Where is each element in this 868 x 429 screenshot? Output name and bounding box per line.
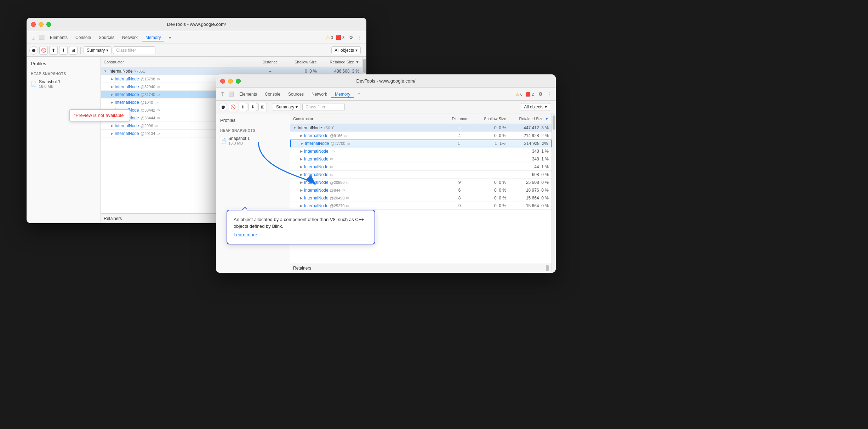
expand-icon[interactable]: ▶ xyxy=(111,77,113,81)
clear-button-1[interactable]: 🚫 xyxy=(39,46,48,55)
summary-dropdown-2[interactable]: Summary ▾ xyxy=(273,103,301,111)
tab-memory-2[interactable]: Memory xyxy=(331,90,354,98)
snapshot-item-2[interactable]: 📄 Snapshot 1 13.3 MB xyxy=(216,134,290,147)
scrollbar-thumb-2[interactable] xyxy=(553,115,555,130)
all-objects-label-2: All objects xyxy=(524,105,543,109)
summary-dropdown-1[interactable]: Summary ▾ xyxy=(84,46,112,54)
scrollbar-thumb-1[interactable] xyxy=(363,59,366,73)
tab-console-1[interactable]: Console xyxy=(72,34,95,41)
close-button-1[interactable] xyxy=(31,22,36,27)
retainers-label-1: Retainers xyxy=(104,216,122,221)
expand-icon[interactable]: ▶ xyxy=(300,204,303,208)
all-objects-label-1: All objects xyxy=(335,48,354,53)
error-icon-1: 🟥 xyxy=(336,35,341,40)
row-name: ▶ InternalNode @27700 ▭ xyxy=(291,141,445,146)
learn-more-link[interactable]: Learn more xyxy=(290,231,368,238)
table-row[interactable]: ▶ InternalNode ▭ 348 1 % xyxy=(290,147,552,155)
tab-network-2[interactable]: Network xyxy=(308,90,331,98)
class-filter-input-2[interactable]: Class filter xyxy=(302,103,345,111)
table-header-2: Constructor Distance Shallow Size Retain… xyxy=(290,113,552,124)
download-button-2[interactable]: ⬇ xyxy=(249,103,257,111)
more-options-icon-2[interactable]: ⋮ xyxy=(545,90,553,98)
table-row[interactable]: ▶ InternalNode ▭ 44 1 % xyxy=(290,163,552,171)
tab-network-1[interactable]: Network xyxy=(119,34,141,41)
row-retained: 486 608 3 % xyxy=(320,69,362,74)
tab-sources-2[interactable]: Sources xyxy=(285,90,307,98)
row-name: ▼ InternalNode ×7851 xyxy=(101,69,256,74)
tab-elements-2[interactable]: Elements xyxy=(236,90,261,98)
cursor-icon[interactable]: ⌶ xyxy=(29,34,37,41)
more-options-icon-1[interactable]: ⋮ xyxy=(356,34,364,41)
tab-sources-1[interactable]: Sources xyxy=(95,34,118,41)
expand-icon[interactable]: ▶ xyxy=(111,132,113,135)
expand-icon[interactable]: ▶ xyxy=(301,142,303,145)
all-objects-arrow-1: ▾ xyxy=(355,48,358,53)
expand-icon[interactable]: ▶ xyxy=(111,124,113,128)
traffic-lights-2 xyxy=(220,79,241,84)
inspect-icon[interactable]: ⬜ xyxy=(38,34,46,41)
minimize-button-2[interactable] xyxy=(228,79,233,84)
scrollbar-2[interactable] xyxy=(552,113,556,273)
tab-memory-1[interactable]: Memory xyxy=(142,34,164,41)
table-row[interactable]: ▶ InternalNode @9166 ▭ 4 0 0 % 214 928 2… xyxy=(290,132,552,140)
class-filter-input-1[interactable]: Class filter xyxy=(113,46,155,54)
expand-icon[interactable]: ▶ xyxy=(300,196,303,200)
expand-icon[interactable]: ▼ xyxy=(104,69,107,73)
tab-elements-1[interactable]: Elements xyxy=(46,34,71,41)
dropdown-arrow-1: ▾ xyxy=(106,48,108,53)
snapshot-button-1[interactable]: ⊞ xyxy=(69,46,78,55)
preview-tooltip: "Preview is not available" xyxy=(69,109,130,122)
minimize-button-1[interactable] xyxy=(39,22,44,27)
table-row[interactable]: ▶ InternalNode @20490 ▭ 8 0 0 % 15 664 0… xyxy=(290,194,552,202)
row-shallow: 0 0 % xyxy=(474,125,509,130)
table-row[interactable]: ▶ InternalNode ▭ 608 0 % xyxy=(290,171,552,179)
all-objects-dropdown-1[interactable]: All objects ▾ xyxy=(331,46,361,54)
inspect-icon-2[interactable]: ⬜ xyxy=(227,90,235,98)
upload-button-1[interactable]: ⬆ xyxy=(49,46,58,55)
expand-icon[interactable]: ▶ xyxy=(300,157,303,161)
download-button-1[interactable]: ⬇ xyxy=(59,46,68,55)
expand-icon[interactable]: ▶ xyxy=(111,93,113,96)
snapshot-button-2[interactable]: ⊞ xyxy=(258,103,267,111)
snapshot-item-1[interactable]: 📄 Snapshot 1 16.0 MB xyxy=(27,77,101,91)
expand-icon[interactable]: ▶ xyxy=(111,101,113,104)
expand-icon[interactable]: ▶ xyxy=(300,165,303,169)
table-row[interactable]: ▶ InternalNode @27700 ▭ 1 1 1% 214 928 2… xyxy=(290,140,552,147)
row-name: ▶ InternalNode ▭ xyxy=(290,149,445,154)
table-row[interactable]: ▶ InternalNode ▭ 348 1 % xyxy=(290,155,552,163)
tab-more-2[interactable]: » xyxy=(354,90,364,98)
record-button-2[interactable]: ⏺ xyxy=(219,103,227,111)
expand-icon[interactable]: ▶ xyxy=(111,85,113,89)
expand-icon[interactable]: ▶ xyxy=(300,181,303,184)
all-objects-dropdown-2[interactable]: All objects ▾ xyxy=(521,103,550,111)
cursor-icon-2[interactable]: ⌶ xyxy=(219,90,227,98)
retainers-scrollbar-stub[interactable] xyxy=(546,265,549,271)
col-shallow-2: Shallow Size xyxy=(474,117,509,121)
upload-button-2[interactable]: ⬆ xyxy=(239,103,247,111)
close-button-2[interactable] xyxy=(220,79,225,84)
info-popover: An object allocated by a component other… xyxy=(290,210,375,245)
table-row[interactable]: ▼ InternalNode ×7851 – 0 0 % 486 608 3 % xyxy=(101,67,362,75)
tab-more-1[interactable]: » xyxy=(165,34,175,41)
expand-icon[interactable]: ▶ xyxy=(300,149,303,153)
clear-button-2[interactable]: 🚫 xyxy=(229,103,237,111)
table-row[interactable]: ▶ InternalNode @20850 ▭ 9 0 0 % 25 608 0… xyxy=(290,179,552,186)
settings-icon-2[interactable]: ⚙ xyxy=(537,90,544,98)
record-button-1[interactable]: ⏺ xyxy=(29,46,38,55)
title-bar-2: DevTools - www.google.com/ xyxy=(216,74,556,88)
maximize-button-2[interactable] xyxy=(236,79,241,84)
tab-console-2[interactable]: Console xyxy=(261,90,284,98)
maximize-button-1[interactable] xyxy=(46,22,51,27)
expand-icon[interactable]: ▶ xyxy=(300,188,303,192)
node-window-icon: ▭ xyxy=(331,149,335,153)
expand-icon[interactable]: ▼ xyxy=(293,126,296,130)
expand-icon[interactable]: ▶ xyxy=(300,134,303,137)
table-row[interactable]: ▶ InternalNode @844 ▭ 6 0 0 % 18 976 0 % xyxy=(290,186,552,194)
retainers-label-2: Retainers xyxy=(293,266,311,271)
warning-badge-1: ⚠ 3 xyxy=(326,35,333,40)
table-row[interactable]: ▼ InternalNode ×5010 – 0 0 % 447 412 3 % xyxy=(290,124,552,132)
table-row[interactable]: ▶ InternalNode @25270 ▭ 9 0 0 % 15 664 0… xyxy=(290,202,552,210)
heap-snapshots-title-1: HEAP SNAPSHOTS xyxy=(27,69,101,77)
settings-icon-1[interactable]: ⚙ xyxy=(347,34,355,41)
expand-icon[interactable]: ▶ xyxy=(300,173,303,176)
